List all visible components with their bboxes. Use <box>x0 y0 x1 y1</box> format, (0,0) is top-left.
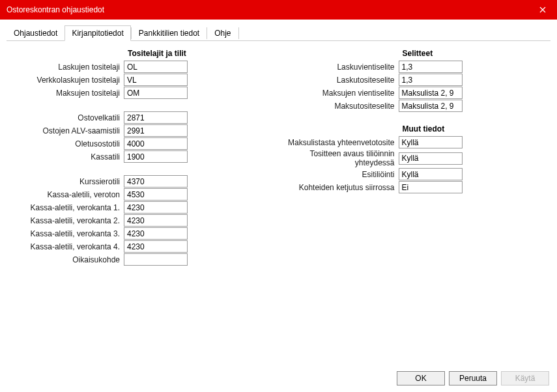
label: Esitiliöinti <box>279 170 399 179</box>
label: Oletusostotili <box>7 139 124 148</box>
label: Kassa-aletili, verokanta 3. <box>7 229 124 238</box>
field-maksutositeselite[interactable] <box>399 100 463 112</box>
field-kassa-aletili-vk3[interactable] <box>124 227 188 240</box>
label: Ostovelkatili <box>7 113 124 122</box>
row-kassa-aletili-vk2: Kassa-aletili, verokanta 2. <box>7 214 279 227</box>
ok-button[interactable]: OK <box>397 371 445 385</box>
field-kurssierotili[interactable] <box>124 175 188 188</box>
field-maksujen-vientiselite[interactable] <box>399 87 463 99</box>
label: Kassa-aletili, verokanta 2. <box>7 216 124 225</box>
label: Maksutositeselite <box>279 102 399 111</box>
field-tositteen-avaus[interactable] <box>399 152 463 165</box>
close-icon <box>539 7 546 13</box>
row-maksutositeselite: Maksutositeselite <box>279 100 551 112</box>
section-header-muut-tiedot: Muut tiedot <box>279 124 551 133</box>
close-button[interactable] <box>528 0 557 20</box>
field-laskujen-tositelaji[interactable] <box>124 61 188 73</box>
row-laskujen-tositelaji: Laskujen tositelaji <box>7 61 279 73</box>
left-column: Tositelajit ja tilit Laskujen tositelaji… <box>7 49 279 266</box>
row-ostojen-alv-saamistili: Ostojen ALV-saamistili <box>7 124 279 137</box>
tab-bar: Ohjaustiedot Kirjanpitotiedot Pankkitili… <box>7 25 550 41</box>
row-verkkolaskujen-tositelaji: Verkkolaskujen tositelaji <box>7 74 279 86</box>
row-maksulistasta-yhteenveto: Maksulistasta yhteenvetotosite <box>279 136 551 148</box>
section-header-tositelajit: Tositelajit ja tilit <box>7 49 279 58</box>
field-kassa-aletili-veroton[interactable] <box>124 188 188 201</box>
label: Kassatili <box>7 152 124 161</box>
label: Verkkolaskujen tositelaji <box>7 76 124 85</box>
field-laskutositeselite[interactable] <box>399 74 463 86</box>
row-kassa-aletili-vk4: Kassa-aletili, verokanta 4. <box>7 240 279 253</box>
row-kassatili: Kassatili <box>7 150 279 163</box>
tab-ohjaustiedot[interactable]: Ohjaustiedot <box>7 25 64 41</box>
button-bar: OK Peruuta Käytä <box>397 371 549 385</box>
label: Tositteen avaus tiliöinnin yhteydessä <box>279 149 399 167</box>
label: Kassa-aletili, verokanta 1. <box>7 203 124 212</box>
field-ostovelkatili[interactable] <box>124 111 188 124</box>
field-maksujen-tositelaji[interactable] <box>124 87 188 99</box>
label: Laskutositeselite <box>279 76 399 85</box>
tab-ohje[interactable]: Ohje <box>207 25 238 41</box>
section-header-selitteet: Selitteet <box>279 49 551 58</box>
row-tositteen-avaus: Tositteen avaus tiliöinnin yhteydessä <box>279 149 551 167</box>
row-oikaisukohde: Oikaisukohde <box>7 253 279 266</box>
label: Maksujen tositelaji <box>7 89 124 98</box>
row-kassa-aletili-veroton: Kassa-aletili, veroton <box>7 188 279 201</box>
row-kassa-aletili-vk1: Kassa-aletili, verokanta 1. <box>7 201 279 214</box>
row-maksujen-vientiselite: Maksujen vientiselite <box>279 87 551 99</box>
field-esitiliointi[interactable] <box>399 168 463 180</box>
label: Maksujen vientiselite <box>279 89 399 98</box>
tab-pankkitilien-tiedot[interactable]: Pankkitilien tiedot <box>132 25 207 41</box>
tab-separator <box>238 27 239 39</box>
field-ostojen-alv-saamistili[interactable] <box>124 124 188 137</box>
field-kassa-aletili-vk1[interactable] <box>124 201 188 214</box>
row-esitiliointi: Esitiliöinti <box>279 168 551 180</box>
field-oikaisukohde[interactable] <box>124 253 188 266</box>
row-kohteiden-ketjutus: Kohteiden ketjutus siirrossa <box>279 181 551 193</box>
titlebar: Ostoreskontran ohjaustiedot <box>0 0 557 20</box>
label: Oikaisukohde <box>7 255 124 264</box>
field-oletusostotili[interactable] <box>124 137 188 150</box>
field-maksulistasta-yhteenveto[interactable] <box>399 136 463 148</box>
field-verkkolaskujen-tositelaji[interactable] <box>124 74 188 86</box>
right-column: Selitteet Laskuvientiselite Laskutosites… <box>279 49 551 266</box>
field-kassa-aletili-vk4[interactable] <box>124 240 188 253</box>
label: Maksulistasta yhteenvetotosite <box>279 138 399 147</box>
tab-kirjanpitotiedot[interactable]: Kirjanpitotiedot <box>64 25 130 41</box>
label: Laskujen tositelaji <box>7 63 124 72</box>
field-laskuvientiselite[interactable] <box>399 61 463 73</box>
row-kassa-aletili-vk3: Kassa-aletili, verokanta 3. <box>7 227 279 240</box>
content-area: Ohjaustiedot Kirjanpitotiedot Pankkitili… <box>0 20 557 365</box>
apply-button[interactable]: Käytä <box>501 371 549 385</box>
label: Ostojen ALV-saamistili <box>7 126 124 135</box>
window-title: Ostoreskontran ohjaustiedot <box>7 5 104 14</box>
label: Kassa-aletili, veroton <box>7 190 124 199</box>
label: Laskuvientiselite <box>279 63 399 72</box>
label: Kassa-aletili, verokanta 4. <box>7 242 124 251</box>
label: Kurssierotili <box>7 177 124 186</box>
row-kurssierotili: Kurssierotili <box>7 175 279 188</box>
field-kassatili[interactable] <box>124 150 188 163</box>
row-ostovelkatili: Ostovelkatili <box>7 111 279 124</box>
cancel-button[interactable]: Peruuta <box>449 371 497 385</box>
field-kassa-aletili-vk2[interactable] <box>124 214 188 227</box>
row-maksujen-tositelaji: Maksujen tositelaji <box>7 87 279 99</box>
field-kohteiden-ketjutus[interactable] <box>399 181 463 193</box>
form-panel: Tositelajit ja tilit Laskujen tositelaji… <box>7 41 550 266</box>
row-laskuvientiselite: Laskuvientiselite <box>279 61 551 73</box>
row-oletusostotili: Oletusostotili <box>7 137 279 150</box>
label: Kohteiden ketjutus siirrossa <box>279 183 399 192</box>
row-laskutositeselite: Laskutositeselite <box>279 74 551 86</box>
